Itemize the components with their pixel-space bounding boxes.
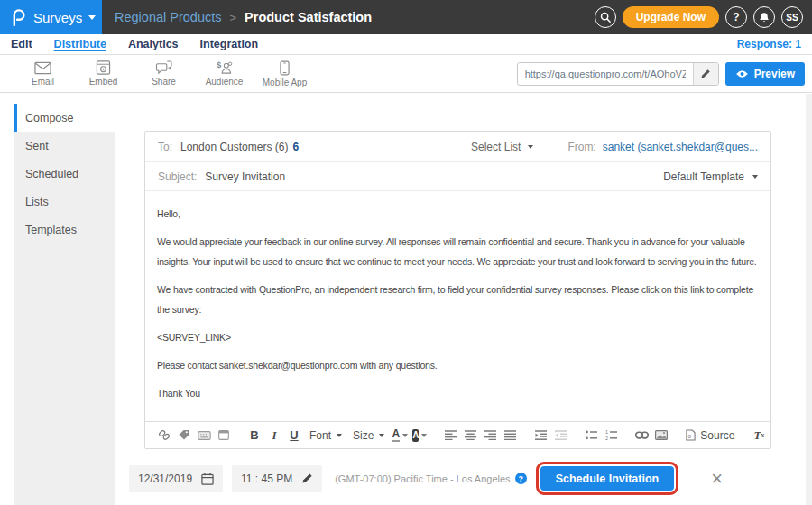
body-paragraph: Please contact sanket.shekdar@questionpr… [157,355,760,375]
template-insert-button[interactable] [194,425,214,446]
body-paragraph: Thank You [157,383,760,403]
channel-email[interactable]: Email [13,61,73,87]
email-body-editor[interactable]: Hello, We would appreciate your feedback… [145,191,770,403]
text-color-button[interactable]: A [390,425,410,446]
time-picker[interactable]: 11 : 45 PM [232,465,322,492]
date-picker[interactable]: 12/31/2019 [129,465,223,492]
channel-share[interactable]: Share [134,60,194,87]
insert-link-button[interactable] [632,425,651,446]
header-actions: Upgrade Now ? SS [595,6,812,28]
recipient-count[interactable]: 6 [292,141,299,153]
timezone-text: (GMT-07:00) Pacific Time - Los Angeles ? [335,473,526,484]
avatar[interactable]: SS [781,6,803,28]
sidebar-item-templates[interactable]: Templates [14,216,115,243]
from-value[interactable]: sanket (sanket.shekdar@ques... [603,141,758,153]
channel-email-label: Email [32,77,54,87]
select-list-label: Select List [471,141,521,153]
questionpro-logo-icon [12,8,25,26]
page-scrollbar[interactable] [806,94,812,505]
help-button[interactable]: ? [725,6,747,28]
sidebar-background [14,243,115,505]
survey-url-input[interactable] [518,63,693,85]
iframe-icon [218,430,229,440]
insert-image-icon [655,430,668,440]
embed-icon [96,60,111,75]
close-icon[interactable]: × [711,469,723,489]
italic-button[interactable]: I [264,425,284,446]
sidebar-item-scheduled[interactable]: Scheduled [14,160,115,188]
iframe-embed-button[interactable] [214,425,234,446]
tab-distribute[interactable]: Distribute [54,38,106,50]
sidebar-item-compose[interactable]: Compose [14,104,115,132]
preview-label: Preview [754,68,795,80]
notifications-button[interactable] [753,6,775,28]
mobile-app-icon [280,60,290,76]
font-dropdown[interactable]: Font [304,429,347,442]
template-dropdown[interactable]: Default Template [663,170,758,183]
channel-embed[interactable]: Embed [73,60,134,87]
tab-edit[interactable]: Edit [11,38,32,50]
chevron-down-icon [337,434,342,437]
breadcrumb-separator: > [230,11,237,24]
sidebar-item-label: Scheduled [25,168,78,180]
pencil-icon [700,69,711,79]
search-button[interactable] [595,6,616,28]
subject-value[interactable]: Survey Invitation [205,170,285,183]
channel-mobile-app[interactable]: Mobile App [254,60,315,87]
size-dropdown-label: Size [353,429,374,442]
remove-format-button[interactable]: Tx [749,425,769,446]
channel-audience-label: Audience [206,77,244,87]
size-dropdown[interactable]: Size [347,429,390,442]
highlight-color-button[interactable]: A [410,425,429,446]
schedule-invitation-button[interactable]: Schedule Invitation [540,466,675,491]
bullet-list-button[interactable] [581,425,601,446]
body-paragraph: We would appreciate your feedback in our… [157,232,760,271]
calendar-icon [201,473,214,485]
text-color-icon: A [392,428,401,442]
source-button[interactable]: o Source [682,429,738,442]
align-center-button[interactable] [460,425,480,446]
to-label: To: [158,141,172,153]
chevron-down-icon [402,434,408,437]
underline-button[interactable]: U [284,425,304,446]
survey-link-button[interactable] [154,425,174,446]
font-dropdown-label: Font [309,429,331,442]
to-value[interactable]: London Customers (6) [180,141,288,153]
distribute-channel-bar: Email Embed Share $ Audience Mobile App … [0,55,812,93]
justify-button[interactable] [500,425,520,446]
from-group: From: sanket (sanket.shekdar@ques... [567,141,758,153]
indent-button[interactable] [531,425,550,446]
surveys-menu[interactable]: Surveys [33,10,96,25]
questionpro-logo-block[interactable]: Surveys [0,0,102,34]
tab-integration[interactable]: Integration [200,38,259,50]
insert-image-button[interactable] [651,425,671,446]
chevron-down-icon [752,175,758,179]
align-right-button[interactable] [480,425,500,446]
align-left-button[interactable] [440,425,460,446]
channel-share-label: Share [152,77,176,87]
timezone-help-button[interactable]: ? [515,473,527,484]
sidebar-item-sent[interactable]: Sent [14,132,115,160]
sidebar-item-label: Sent [25,140,49,152]
avatar-initials: SS [786,13,798,23]
outdent-button[interactable] [550,425,570,446]
channel-audience[interactable]: $ Audience [194,60,254,87]
bold-button[interactable]: B [245,425,264,446]
numbered-list-button[interactable]: 12 [601,425,621,446]
chevron-down-icon [379,434,384,437]
edit-url-button[interactable] [693,63,718,85]
compose-panel: To: London Customers (6) 6 Select List F… [144,131,771,449]
response-count[interactable]: Response: 1 [737,38,801,50]
sidebar-item-label: Lists [25,196,49,208]
preview-button[interactable]: Preview [725,62,805,86]
upgrade-now-button[interactable]: Upgrade Now [623,6,719,28]
select-list-dropdown[interactable]: Select List [471,141,533,153]
chevron-down-icon [421,434,427,437]
tab-analytics[interactable]: Analytics [128,38,179,50]
share-icon [155,60,172,75]
breadcrumb-folder[interactable]: Regional Products [115,10,222,24]
top-header: Surveys Regional Products > Product Sati… [0,0,812,34]
bell-icon [759,12,770,23]
merge-tag-button[interactable] [174,425,194,446]
sidebar-item-lists[interactable]: Lists [14,188,115,216]
